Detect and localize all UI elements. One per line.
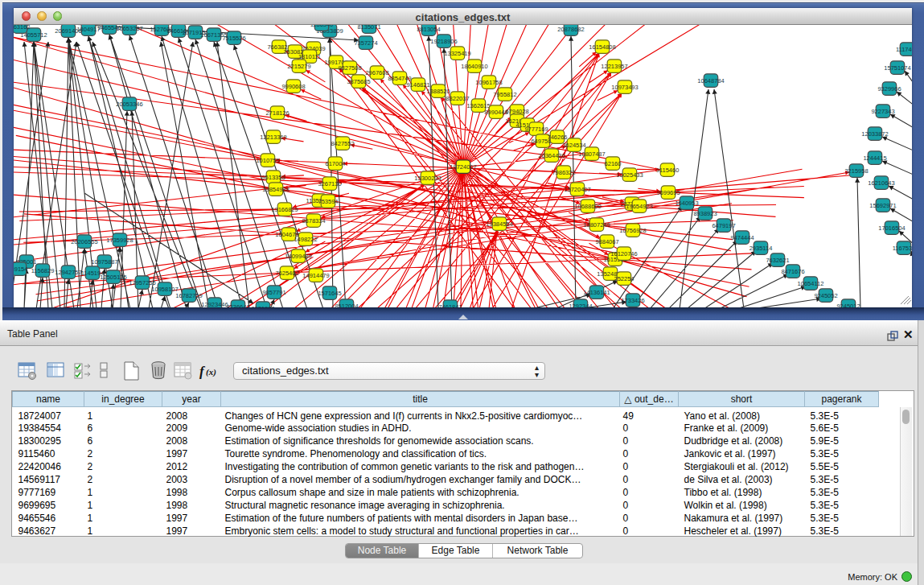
- svg-text:617004: 617004: [325, 160, 345, 167]
- svg-text:16120746: 16120746: [610, 250, 637, 257]
- svg-text:18640910: 18640910: [461, 63, 487, 70]
- svg-text:20878682: 20878682: [557, 26, 584, 33]
- svg-text:(x): (x): [206, 367, 216, 377]
- svg-text:8878334: 8878334: [302, 217, 325, 225]
- svg-text:1804917: 1804917: [76, 26, 100, 33]
- svg-text:20053346: 20053346: [116, 101, 142, 108]
- svg-text:1571645: 1571645: [318, 290, 341, 297]
- svg-text:15751074: 15751074: [884, 64, 910, 72]
- svg-text:8990448: 8990448: [484, 109, 507, 116]
- svg-text:1498222: 1498222: [294, 236, 317, 243]
- svg-text:8135071: 8135071: [357, 25, 380, 31]
- svg-text:10961758: 10961758: [475, 79, 502, 86]
- svg-text:19384554: 19384554: [486, 220, 512, 228]
- svg-text:10756928: 10756928: [619, 227, 646, 234]
- svg-text:15720407: 15720407: [564, 186, 590, 193]
- svg-text:8236641: 8236641: [226, 303, 249, 308]
- svg-text:8938923: 8938923: [693, 210, 717, 217]
- svg-text:9245012: 9245012: [836, 303, 860, 308]
- svg-text:12923446: 12923446: [201, 301, 228, 308]
- svg-text:14136141: 14136141: [583, 289, 610, 296]
- svg-text:1186340: 1186340: [310, 25, 334, 28]
- svg-text:2935114: 2935114: [749, 245, 773, 252]
- svg-text:6479197: 6479197: [712, 222, 735, 229]
- svg-text:8471676: 8471676: [781, 268, 804, 275]
- svg-text:10654112: 10654112: [798, 280, 824, 287]
- svg-text:9857791: 9857791: [262, 289, 285, 296]
- svg-text:12213369: 12213369: [260, 134, 286, 141]
- svg-text:12505135: 12505135: [100, 274, 126, 281]
- svg-text:2718126: 2718126: [265, 109, 289, 117]
- svg-text:1010755: 1010755: [256, 157, 279, 164]
- svg-text:1640953: 1640953: [675, 200, 698, 207]
- svg-text:9513358: 9513358: [261, 174, 285, 181]
- svg-text:10973493: 10973493: [611, 84, 638, 91]
- svg-text:18807249: 18807249: [583, 221, 610, 229]
- svg-text:f: f: [199, 364, 206, 379]
- svg-text:19218906: 19218906: [430, 38, 457, 45]
- svg-text:39154: 39154: [14, 266, 27, 273]
- svg-text:12033872: 12033872: [861, 130, 888, 138]
- svg-text:1117403: 1117403: [896, 46, 912, 53]
- svg-text:7461841: 7461841: [438, 303, 462, 308]
- svg-text:9327508: 9327508: [338, 64, 361, 72]
- svg-text:20364436: 20364436: [538, 152, 565, 159]
- svg-text:9031990: 9031990: [251, 305, 274, 308]
- svg-text:10807487: 10807487: [578, 150, 605, 158]
- svg-text:1810111: 1810111: [298, 53, 321, 60]
- svg-text:12942757: 12942757: [55, 269, 81, 276]
- svg-text:10975887: 10975887: [91, 258, 117, 266]
- svg-text:252254: 252254: [614, 275, 634, 282]
- svg-text:3267130: 3267130: [318, 180, 341, 187]
- svg-text:10648784: 10648784: [697, 77, 724, 84]
- svg-text:8427552: 8427552: [331, 140, 354, 147]
- svg-text:3215958: 3215958: [844, 167, 868, 175]
- svg-text:19654923: 19654923: [626, 203, 652, 210]
- svg-text:62160: 62160: [605, 160, 622, 167]
- svg-text:12213957: 12213957: [601, 63, 627, 70]
- svg-text:7515526: 7515526: [222, 35, 245, 42]
- svg-text:16782759: 16782759: [175, 292, 202, 299]
- svg-text:14099489: 14099489: [285, 253, 311, 260]
- svg-text:15692971: 15692971: [869, 202, 896, 209]
- svg-text:19166829: 19166829: [271, 206, 298, 213]
- svg-text:15300233: 15300233: [414, 175, 441, 182]
- svg-text:14914479: 14914479: [302, 272, 329, 279]
- svg-text:7357274: 7357274: [354, 39, 377, 47]
- svg-text:7986322: 7986322: [552, 169, 575, 176]
- svg-text:1167534: 1167534: [893, 245, 912, 252]
- svg-text:19854988: 19854988: [262, 186, 289, 193]
- svg-text:2967608: 2967608: [365, 69, 388, 76]
- svg-text:1156829: 1156829: [31, 267, 55, 274]
- svg-text:10653287: 10653287: [116, 25, 142, 32]
- svg-text:963162: 963162: [14, 25, 31, 31]
- svg-text:3624534: 3624534: [562, 142, 585, 149]
- svg-text:8512004: 8512004: [335, 303, 358, 308]
- svg-text:17359928: 17359928: [106, 237, 133, 244]
- svg-text:1244415: 1244415: [863, 154, 886, 162]
- svg-text:1292344: 1292344: [569, 303, 592, 308]
- svg-text:7955812: 7955812: [493, 91, 516, 98]
- svg-text:8813054: 8813054: [417, 26, 440, 33]
- svg-text:746266: 746266: [547, 134, 567, 141]
- svg-text:9115460: 9115460: [656, 167, 680, 174]
- svg-text:10958107: 10958107: [151, 286, 178, 293]
- svg-text:9329966: 9329966: [877, 85, 901, 93]
- svg-text:1388520: 1388520: [426, 88, 450, 95]
- svg-text:10688609: 10688609: [574, 203, 601, 210]
- svg-text:9699695: 9699695: [656, 189, 680, 196]
- svg-text:2215279: 2215279: [287, 63, 310, 70]
- svg-text:753594: 753594: [318, 198, 338, 205]
- svg-text:8322037: 8322037: [446, 95, 469, 102]
- svg-text:1733426: 1733426: [621, 297, 644, 304]
- svg-text:9474444: 9474444: [730, 234, 754, 241]
- svg-text:9245052: 9245052: [814, 292, 837, 299]
- svg-text:17016504: 17016504: [878, 225, 905, 232]
- svg-text:3875685: 3875685: [347, 78, 370, 85]
- svg-text:9777169: 9777169: [524, 126, 548, 133]
- svg-text:16210643: 16210643: [868, 179, 894, 187]
- svg-text:6794028: 6794028: [505, 108, 528, 115]
- svg-text:10025433: 10025433: [616, 171, 643, 179]
- svg-text:9227343: 9227343: [871, 108, 894, 115]
- svg-text:16154808: 16154808: [589, 43, 615, 51]
